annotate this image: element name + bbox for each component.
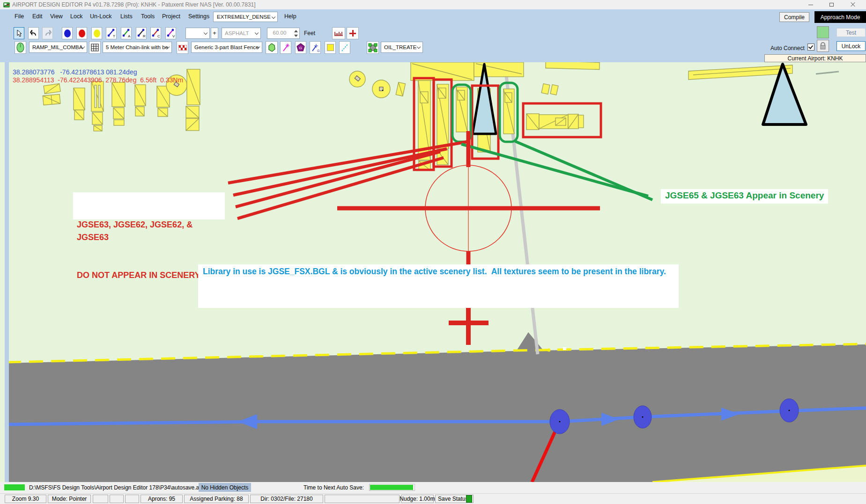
generic-building-tool-button[interactable]: G — [295, 41, 306, 54]
menu-file[interactable]: File — [15, 13, 24, 20]
autosave-label: Time to Next Auto Save: — [303, 484, 364, 491]
runway-line-tool-button[interactable]: R — [136, 27, 147, 39]
yellow-ellipse-icon — [94, 29, 100, 37]
checkerboard-icon — [178, 45, 187, 51]
yellow-node-tool-button[interactable] — [91, 27, 102, 39]
vector-line-tool-button[interactable] — [280, 41, 291, 54]
menu-lock[interactable]: Lock — [70, 13, 82, 20]
add-link-button[interactable]: + — [211, 28, 218, 39]
redo-button[interactable] — [42, 27, 53, 39]
red-annotation-note: JGSE63, JGSE62, JGSE62, & JGSE63 DO NOT … — [73, 192, 225, 219]
title-bar: AIRPORT DESIGN EDITOR P4 v01.78.7298 (Pr… — [0, 0, 866, 9]
airport-design-editor-window: AIRPORT DESIGN EDITOR P4 v01.78.7298 (Pr… — [0, 0, 866, 504]
menu-edit[interactable]: Edit — [32, 13, 43, 20]
nudge-cell: Nudge: 1.00m — [401, 495, 434, 503]
window-title: AIRPORT DESIGN EDITOR P4 v01.78.7298 (Pr… — [12, 1, 256, 8]
connection-line-tool-button[interactable]: C — [150, 27, 161, 39]
cyan-line-icon — [341, 44, 348, 52]
red-node-tool-button[interactable] — [76, 27, 87, 39]
anchor-line-tool-button[interactable]: G — [310, 41, 321, 54]
yellow-square-icon — [327, 44, 334, 51]
maximize-icon[interactable] — [822, 0, 842, 9]
chevron-down-icon — [272, 15, 275, 19]
blue-annotation-note: Library in use is JGSE_FSX.BGL & is obvi… — [198, 264, 679, 308]
empty-cell — [125, 495, 139, 503]
app-icon — [3, 1, 10, 8]
blue-line-star-icon: G — [311, 43, 320, 52]
oil-value: OIL_TREATE — [384, 44, 416, 50]
green-ellipse-icon — [16, 43, 24, 52]
undo-button[interactable] — [28, 27, 39, 39]
spinner-up-icon[interactable] — [293, 29, 298, 33]
redo-icon — [44, 30, 52, 37]
green-annotation-note: JGSE65 & JGSE63 Appear in Scenery — [661, 189, 828, 204]
perimeter-road — [5, 332, 866, 482]
apron-line-tool-button[interactable]: A — [121, 27, 132, 39]
compile-button[interactable]: Compile — [779, 12, 809, 22]
close-icon[interactable] — [843, 0, 863, 9]
current-airport-label: Current Airport: KNHK — [787, 55, 843, 62]
taxiway-line-tool-button[interactable]: T — [106, 27, 117, 39]
unlock-button[interactable]: UnLock — [836, 41, 866, 51]
density-dropdown[interactable]: EXTREMELY_DENSE — [213, 12, 278, 22]
red-ellipse-icon — [79, 29, 85, 37]
minimize-icon[interactable] — [800, 0, 821, 9]
line-tool-r-icon: R — [137, 29, 146, 38]
menu-help[interactable]: Help — [284, 13, 296, 20]
svg-text:R: R — [143, 34, 146, 38]
check-icon — [808, 44, 813, 49]
select-region-tool-button[interactable] — [367, 41, 379, 54]
lock-button[interactable] — [817, 40, 829, 52]
svg-text:G: G — [299, 46, 302, 50]
grid-tool-button[interactable] — [89, 41, 101, 54]
scenery-canvas[interactable]: 38.288073776 -76.421878613 081.24deg 38.… — [0, 62, 866, 482]
menu-view[interactable]: View — [50, 13, 63, 20]
oil-treat-dropdown[interactable]: OIL_TREATE — [381, 42, 423, 53]
surface-type-dropdown[interactable]: ASPHALT — [222, 28, 261, 39]
blue-node-tool-button[interactable] — [62, 27, 73, 39]
blastpad-tool-button[interactable] — [177, 41, 188, 54]
empty-cell — [93, 495, 108, 503]
svg-text:T: T — [113, 34, 115, 38]
menu-tools[interactable]: Tools — [141, 13, 155, 20]
svg-text:C: C — [157, 34, 160, 38]
status-bar-top: D:\MSFS\FS Design Tools\Airport Design E… — [0, 482, 866, 493]
zoom-cell: Zoom 9.30 — [5, 495, 46, 503]
polygon-tool-button[interactable] — [266, 41, 278, 54]
start-location-tool-button[interactable] — [15, 41, 26, 54]
compile-label: Compile — [784, 14, 805, 21]
chevron-down-icon — [417, 45, 421, 49]
link-type-dropdown[interactable] — [185, 28, 210, 39]
blue-ellipse-icon — [64, 29, 71, 37]
crosshair-tool-button[interactable] — [347, 27, 359, 39]
svg-text:G: G — [317, 49, 319, 52]
approach-mode-button[interactable]: Approach Mode — [814, 11, 866, 23]
line-tool-t-icon: T — [107, 29, 116, 38]
ruler-icon — [334, 30, 343, 37]
width-spinner[interactable]: 60.00 — [267, 28, 300, 39]
menu-settings[interactable]: Settings — [188, 13, 209, 20]
menu-project[interactable]: Project — [162, 13, 180, 20]
chevron-down-icon — [204, 31, 207, 35]
menu-bar: File Edit View Lock Un-Lock Lists Tools … — [0, 9, 866, 24]
spinner-down-icon[interactable] — [293, 34, 298, 38]
menu-unlock[interactable]: Un-Lock — [90, 13, 112, 20]
apron-fill-tool-button[interactable] — [325, 41, 336, 54]
aprons-cell: Aprons: 95 — [141, 495, 183, 503]
fence-type-dropdown[interactable]: 5 Meter Chain-link with be — [103, 42, 172, 53]
menu-lists[interactable]: Lists — [120, 13, 133, 20]
edge-line-tool-button[interactable] — [339, 41, 350, 54]
test-button[interactable]: Test — [836, 28, 866, 37]
blast-fence-dropdown[interactable]: Generic 3-part Blast Fence — [191, 42, 262, 53]
pointer-tool-button[interactable] — [14, 27, 24, 39]
density-value: EXTREMELY_DENSE — [217, 14, 271, 20]
magenta-line-star-icon — [282, 43, 290, 52]
padlock-icon — [819, 42, 827, 50]
empty-cell — [110, 495, 124, 503]
vehicle-line-tool-button[interactable]: V — [165, 27, 176, 39]
svg-text:A: A — [128, 34, 131, 38]
auto-connect-checkbox[interactable] — [807, 44, 814, 51]
ramp-type-dropdown[interactable]: RAMP_MIL_COMBA — [29, 42, 87, 53]
width-value: 60.00 — [267, 30, 292, 36]
measure-tool-button[interactable] — [332, 27, 345, 39]
